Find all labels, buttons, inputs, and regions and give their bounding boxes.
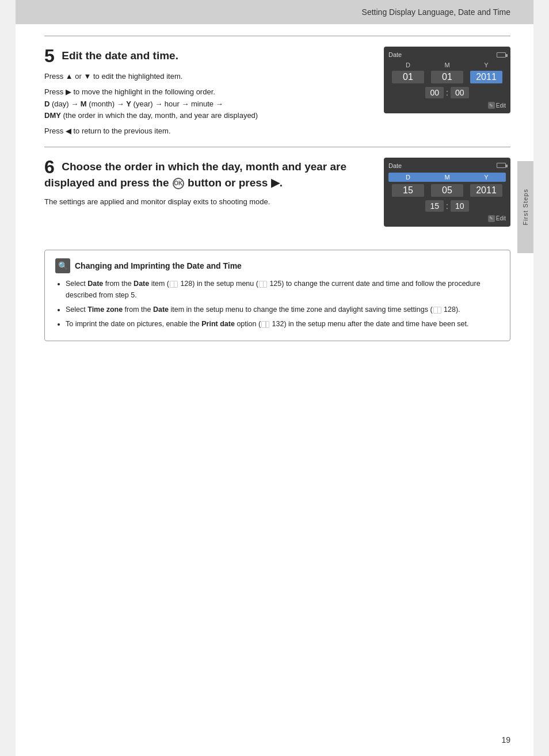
step-5-cam-hour-val: 00	[425, 87, 444, 98]
step-5-cam-label: Date	[388, 51, 402, 58]
step-6-cam-label: Date	[388, 162, 402, 169]
step-6-cam-minute-val: 10	[451, 200, 469, 212]
step-5-cam-day-val: 01	[392, 71, 424, 83]
step-5-body: Press ▲ or ▼ to edit the highlighted ite…	[44, 71, 372, 138]
step-5-camera-screen: Date D M Y 01 01 2011 00 : 00	[384, 47, 510, 113]
step-5-cam-edit-label: Edit	[496, 102, 506, 109]
step-5-title: Edit the date and time.	[62, 49, 178, 62]
note-bullet-3: To imprint the date on pictures, enable …	[66, 318, 500, 330]
side-tab-label: First Steps	[522, 189, 529, 226]
note-box: 🔍 Changing and Imprinting the Date and T…	[44, 250, 510, 341]
step-6-instruction-1: The settings are applied and monitor dis…	[44, 196, 372, 208]
ok-button-icon: OK	[173, 178, 184, 189]
step-5-instruction-3: Press ◀ to return to the previous item.	[44, 125, 372, 138]
step-5-cam-battery	[497, 52, 506, 58]
step-5-cam-y-label: Y	[470, 62, 502, 68]
step-5-cam-header: Date	[388, 51, 506, 58]
step-6-cam-hour-val: 15	[425, 200, 444, 212]
step-5-number: 5	[44, 47, 55, 65]
step-6-cam-d-label: D	[392, 174, 424, 181]
step-6-cam-battery	[497, 163, 506, 168]
step-5-cam-dmy-row: D M Y	[388, 62, 506, 68]
step-5-instruction-2: Press ▶ to move the highlight in the fol…	[44, 86, 372, 122]
step-6-body: The settings are applied and monitor dis…	[44, 196, 372, 208]
note-header: 🔍 Changing and Imprinting the Date and T…	[55, 258, 500, 273]
step-6-cam-y-label: Y	[470, 174, 502, 181]
step-5-cam-year-val: 2011	[470, 71, 502, 83]
step-5-cam-footer: ✎ Edit	[388, 102, 506, 109]
step-6-cam-edit-label: Edit	[496, 215, 506, 222]
book-icon-4	[261, 321, 269, 328]
note-bullet-2: Select Time zone from the Date item in t…	[66, 304, 500, 315]
note-icon: 🔍	[55, 258, 70, 273]
step-5-cam-edit-icon: ✎	[488, 102, 495, 109]
step-6-cam-time-row: 15 : 10	[388, 200, 506, 212]
step-5-section: 5 Edit the date and time. Press ▲ or ▼ t…	[44, 36, 510, 147]
step-5-cam-values-row: 01 01 2011	[388, 71, 506, 83]
step-5-title-block: 5 Edit the date and time.	[44, 47, 372, 65]
page: Setting Display Language, Date and Time …	[16, 0, 533, 756]
main-content: 5 Edit the date and time. Press ▲ or ▼ t…	[16, 24, 533, 364]
step-5-cam-time-row: 00 : 00	[388, 87, 506, 98]
step-6-camera-screen: Date D M Y 15 05 2011 15 : 10	[384, 158, 510, 227]
book-icon-3	[433, 307, 441, 314]
step-6-cam-edit-icon: ✎	[488, 215, 495, 222]
note-list: Select Date from the Date item ( 128) in…	[55, 278, 500, 330]
step-6-cam-edit-btn: ✎ Edit	[488, 215, 506, 222]
step-6-cam-m-label: M	[431, 174, 463, 181]
step-6-cam-values-row: 15 05 2011	[388, 184, 506, 197]
step-5-left: 5 Edit the date and time. Press ▲ or ▼ t…	[44, 47, 372, 141]
step-6-title-block: 6 Choose the order in which the day, mon…	[44, 158, 372, 190]
step-6-cam-year-val: 2011	[470, 184, 502, 197]
note-title: Changing and Imprinting the Date and Tim…	[75, 259, 242, 272]
step-6-cam-colon: :	[446, 201, 448, 211]
step-6-section: 6 Choose the order in which the day, mon…	[44, 147, 510, 232]
step-5-cam-d-label: D	[392, 62, 424, 68]
step-5-cam-minute-val: 00	[451, 87, 469, 98]
side-tab: First Steps	[517, 161, 533, 253]
page-number: 19	[501, 735, 510, 744]
book-icon-1	[170, 281, 178, 288]
header-bar: Setting Display Language, Date and Time	[16, 0, 533, 24]
step-5-instruction-1: Press ▲ or ▼ to edit the highlighted ite…	[44, 71, 372, 83]
step-6-cam-dmy-row: D M Y	[388, 173, 506, 182]
book-icon-2	[259, 281, 267, 288]
step-5-cam-month-val: 01	[431, 71, 463, 83]
step-5-cam-colon: :	[446, 88, 448, 97]
note-bullet-1: Select Date from the Date item ( 128) in…	[66, 278, 500, 301]
step-5-cam-edit-btn: ✎ Edit	[488, 102, 506, 109]
header-title: Setting Display Language, Date and Time	[362, 7, 510, 17]
step-6-cam-header: Date	[388, 162, 506, 169]
step-6-cam-day-val: 15	[392, 184, 424, 197]
step-6-number: 6	[44, 158, 55, 176]
step-6-left: 6 Choose the order in which the day, mon…	[44, 158, 372, 211]
step-6-cam-footer: ✎ Edit	[388, 215, 506, 222]
step-6-cam-month-val: 05	[431, 184, 463, 197]
step-5-cam-m-label: M	[431, 62, 463, 68]
step-6-title: Choose the order in which the day, month…	[44, 161, 346, 189]
